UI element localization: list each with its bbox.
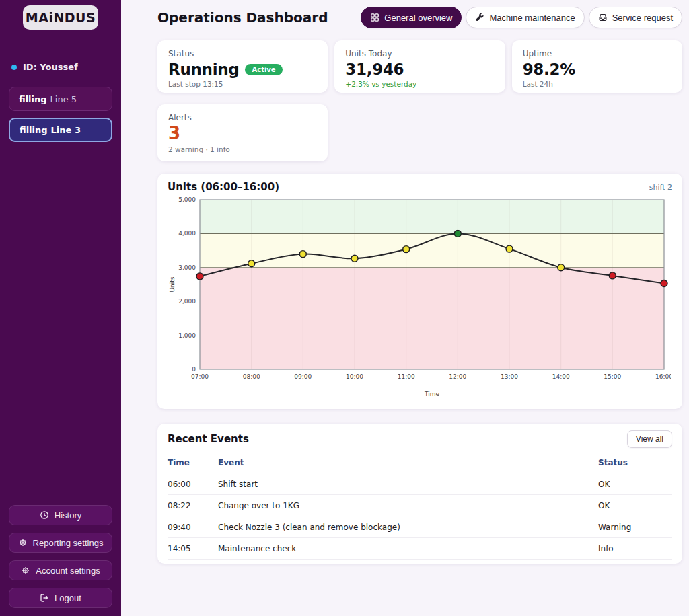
account-settings-button[interactable]: Account settings — [9, 560, 112, 580]
svg-text:08:00: 08:00 — [243, 373, 260, 380]
event-time: 09:40 — [168, 516, 218, 538]
event-time: 06:00 — [168, 473, 218, 495]
gear-icon — [18, 538, 28, 547]
line-label-rest: Line 3 — [51, 125, 81, 135]
logout-label: Logout — [55, 593, 81, 603]
units-chart-card: Units (06:00–16:00) shift 2 01,0002,0003… — [157, 174, 682, 409]
svg-text:Units: Units — [169, 276, 176, 292]
alerts-label: Alerts — [168, 113, 317, 122]
status-value: Running — [168, 61, 239, 78]
sidebar-item-filling-line-5[interactable]: filling Line 5 — [9, 87, 112, 111]
alerts-row: Alerts 3 2 warning · 1 info — [157, 104, 682, 161]
kpi-row: Status Running Active Last stop 13:15 Un… — [157, 40, 682, 93]
events-table: Time Event Status 06:00 Shift start OK 0… — [168, 453, 672, 560]
sidebar-item-filling-line-3[interactable]: filling Line 3 — [9, 118, 112, 142]
main-area: Operations Dashboard General overview Ma… — [121, 0, 689, 616]
svg-text:2,000: 2,000 — [178, 298, 196, 305]
event-text: Change over to 1KG — [218, 495, 598, 516]
alerts-card: Alerts 3 2 warning · 1 info — [157, 104, 328, 161]
uptime-card: Uptime 98.2% Last 24h — [512, 40, 682, 93]
uptime-label: Uptime — [523, 49, 672, 59]
shift-tag: shift 2 — [649, 183, 672, 192]
view-all-button[interactable]: View all — [627, 430, 672, 448]
units-today-card: Units Today 31,946 +2.3% vs yesterday — [334, 40, 505, 93]
account-settings-label: Account settings — [36, 566, 100, 576]
maindus-logo: MAiNDUS — [23, 5, 98, 30]
svg-text:11:00: 11:00 — [398, 373, 415, 380]
column-header-status: Status — [598, 453, 672, 473]
column-header-event: Event — [218, 453, 598, 473]
event-text: Shift start — [218, 473, 598, 495]
alerts-sub: 2 warning · 1 info — [168, 145, 317, 153]
page-title: Operations Dashboard — [157, 9, 328, 26]
page-header: Operations Dashboard General overview Ma… — [157, 7, 682, 28]
svg-text:10:00: 10:00 — [346, 373, 363, 380]
svg-text:14:00: 14:00 — [552, 373, 570, 380]
event-status: Warning — [598, 516, 672, 538]
column-header-time: Time — [168, 453, 218, 473]
event-text: Maintenance check — [218, 538, 598, 560]
clock-icon — [40, 510, 49, 520]
svg-text:07:00: 07:00 — [191, 373, 209, 380]
units-today-label: Units Today — [345, 49, 494, 59]
logout-button[interactable]: Logout — [9, 588, 112, 608]
status-card-label: Status — [168, 49, 317, 59]
units-today-sub: +2.3% vs yesterday — [345, 80, 494, 88]
event-text: Check Nozzle 3 (clean and remove blockag… — [218, 516, 598, 538]
line-label-bold: filling — [19, 94, 47, 104]
reporting-settings-button[interactable]: Reporting settings — [9, 533, 112, 553]
table-row: 06:00 Shift start OK — [168, 473, 672, 495]
units-today-value: 31,946 — [345, 61, 404, 78]
svg-text:16:00: 16:00 — [655, 373, 671, 380]
svg-text:Time: Time — [424, 391, 439, 397]
grid-icon — [370, 13, 379, 22]
event-time: 14:05 — [168, 538, 218, 560]
wrench-icon — [475, 13, 484, 22]
logout-icon — [40, 593, 49, 603]
tab-label: Service request — [612, 13, 673, 23]
line-label-rest: Line 5 — [50, 94, 77, 104]
tab-machine-maintenance[interactable]: Machine maintenance — [466, 7, 584, 28]
svg-text:5,000: 5,000 — [178, 196, 196, 203]
event-time: 08:22 — [168, 495, 218, 516]
uptime-value: 98.2% — [523, 61, 575, 78]
svg-text:15:00: 15:00 — [604, 373, 621, 380]
event-status: Info — [598, 538, 672, 560]
svg-text:0: 0 — [192, 366, 196, 373]
tab-label: Machine maintenance — [489, 13, 575, 23]
recent-events-title: Recent Events — [168, 433, 249, 445]
history-button[interactable]: History — [9, 505, 112, 525]
status-card: Status Running Active Last stop 13:15 — [157, 40, 328, 93]
history-label: History — [55, 510, 81, 521]
alerts-value: 3 — [168, 123, 317, 143]
line-selector-list: filling Line 5 filling Line 3 — [9, 87, 112, 142]
sidebar-footer: History Reporting settings Account setti… — [9, 505, 112, 608]
recent-events-card: Recent Events View all Time Event Status… — [157, 424, 682, 564]
uptime-sub: Last 24h — [523, 80, 672, 88]
event-status: OK — [598, 473, 672, 495]
table-row: 09:40 Check Nozzle 3 (clean and remove b… — [168, 516, 672, 538]
reporting-settings-label: Reporting settings — [33, 538, 104, 548]
sidebar: MAiNDUS ID: Youssef filling Line 5 filli… — [0, 0, 121, 616]
line-label-bold: filling — [20, 125, 48, 135]
tab-label: General overview — [384, 13, 452, 23]
dashboard-content: Status Running Active Last stop 13:15 Un… — [157, 40, 682, 564]
status-sub: Last stop 13:15 — [168, 80, 317, 88]
gear-icon — [21, 566, 30, 575]
svg-text:3,000: 3,000 — [178, 264, 196, 271]
table-row: 08:22 Change over to 1KG OK — [168, 495, 672, 516]
inbox-icon — [598, 13, 608, 22]
tab-general-overview[interactable]: General overview — [361, 7, 462, 28]
tab-service-request[interactable]: Service request — [589, 7, 682, 28]
user-id-row: ID: Youssef — [9, 62, 112, 72]
chart-title: Units (06:00–16:00) — [168, 181, 279, 193]
svg-text:12:00: 12:00 — [449, 373, 466, 380]
table-row: 14:05 Maintenance check Info — [168, 538, 672, 560]
svg-text:09:00: 09:00 — [294, 373, 312, 380]
units-chart: 01,0002,0003,0004,0005,00007:0008:0009:0… — [168, 196, 671, 399]
online-dot-icon — [11, 65, 17, 70]
view-tabs: General overview Machine maintenance Ser… — [361, 7, 682, 28]
event-status: OK — [598, 495, 672, 516]
svg-text:1,000: 1,000 — [178, 332, 196, 339]
user-id-label: ID: Youssef — [23, 62, 78, 72]
